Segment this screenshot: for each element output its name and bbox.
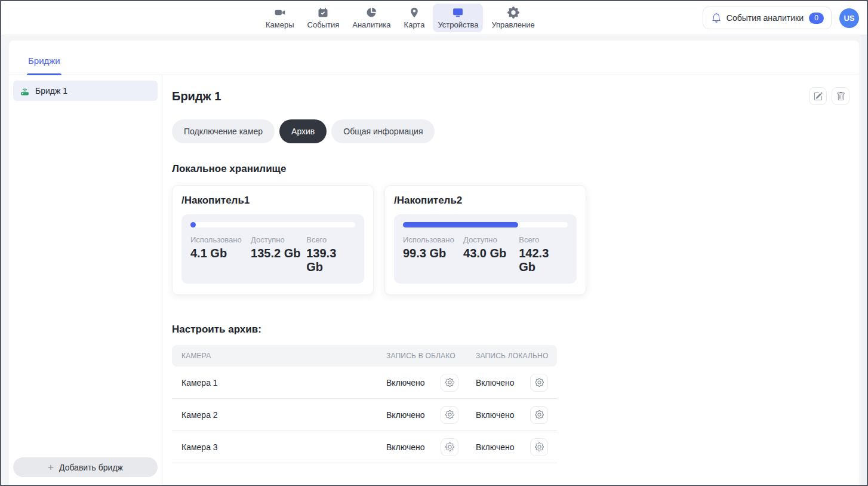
nav-label-events: События	[307, 20, 340, 29]
col-local-recording: ЗАПИСЬ ЛОКАЛЬНО	[476, 352, 557, 360]
bridge-tabs: Подключение камер Архив Общая информация	[172, 119, 849, 143]
bridge-detail: Бридж 1 Подключение камер Архив Общая ин…	[162, 75, 859, 485]
events-count-badge: 0	[809, 13, 824, 24]
gear-icon	[445, 410, 454, 419]
calendar-check-icon	[317, 7, 329, 19]
section-tabbar: Бриджи	[9, 41, 859, 75]
plus-icon: +	[48, 462, 54, 472]
delete-bridge-button[interactable]	[832, 87, 849, 105]
storage-progress-track	[403, 222, 568, 227]
local-recording-settings-button[interactable]	[530, 438, 548, 456]
app-header: Камеры События Аналитика Карта Устройств…	[1, 1, 867, 35]
gear-icon	[445, 442, 454, 451]
nav-item-events[interactable]: События	[303, 4, 344, 32]
drive-name: /Накопитель2	[394, 195, 577, 207]
total-value: 142.3 Gb	[519, 247, 568, 274]
local-recording-status: Включено	[476, 410, 515, 420]
bridge-icon	[20, 86, 30, 96]
nav-item-management[interactable]: Управление	[487, 4, 539, 32]
cloud-recording-status: Включено	[386, 442, 425, 452]
total-label: Всего	[519, 235, 568, 244]
gear-icon	[535, 410, 544, 419]
trash-icon	[836, 92, 845, 101]
archive-table-header: КАМЕРА ЗАПИСЬ В ОБЛАКО ЗАПИСЬ ЛОКАЛЬНО	[172, 345, 557, 367]
add-bridge-label: Добавить бридж	[59, 463, 123, 472]
storage-card-2: /Накопитель2 Использовано 99.3 Gb Доступ…	[384, 185, 586, 295]
tab-archive[interactable]: Архив	[279, 119, 327, 143]
used-label: Использовано	[190, 235, 251, 244]
nav-item-map[interactable]: Карта	[399, 4, 430, 32]
header-right: События аналитики 0 US	[703, 7, 859, 29]
col-cloud-recording: ЗАПИСЬ В ОБЛАКО	[386, 352, 476, 360]
tab-camera-connection[interactable]: Подключение камер	[172, 119, 275, 143]
edit-icon	[814, 92, 823, 101]
nav-label-map: Карта	[404, 20, 425, 29]
archive-table: КАМЕРА ЗАПИСЬ В ОБЛАКО ЗАПИСЬ ЛОКАЛЬНО К…	[172, 345, 557, 463]
main-nav: Камеры События Аналитика Карта Устройств…	[261, 1, 540, 35]
archive-heading: Настроить архив:	[172, 324, 849, 336]
used-value: 99.3 Gb	[403, 247, 463, 260]
available-label: Доступно	[251, 235, 306, 244]
camera-name: Камера 1	[172, 378, 386, 387]
nav-label-cameras: Камеры	[266, 20, 294, 29]
total-value: 139.3 Gb	[306, 247, 355, 274]
storage-progress-fill	[190, 222, 196, 227]
monitor-icon	[452, 7, 464, 19]
local-recording-status: Включено	[476, 442, 515, 452]
available-value: 43.0 Gb	[463, 247, 519, 260]
nav-item-devices[interactable]: Устройства	[433, 4, 483, 32]
drive-name: /Накопитель1	[181, 195, 364, 207]
user-avatar[interactable]: US	[839, 8, 859, 28]
camera-icon	[274, 7, 286, 19]
gear-icon	[535, 442, 544, 451]
available-value: 135.2 Gb	[251, 247, 306, 260]
cloud-recording-settings-button[interactable]	[441, 374, 458, 392]
cloud-recording-status: Включено	[386, 410, 425, 420]
page-title: Бридж 1	[172, 90, 221, 103]
nav-label-analytics: Аналитика	[352, 20, 390, 29]
cloud-recording-status: Включено	[386, 378, 425, 387]
gear-icon	[535, 378, 544, 387]
storage-heading: Локальное хранилище	[172, 163, 849, 175]
title-actions	[809, 87, 849, 105]
col-camera: КАМЕРА	[172, 352, 386, 360]
pie-chart-icon	[365, 7, 377, 19]
storage-card-1: /Накопитель1 Использовано 4.1 Gb Доступн…	[172, 185, 374, 295]
storage-cards: /Накопитель1 Использовано 4.1 Gb Доступн…	[172, 185, 849, 295]
nav-label-management: Управление	[491, 20, 534, 29]
nav-item-analytics[interactable]: Аналитика	[347, 4, 395, 32]
gear-icon	[445, 378, 454, 387]
map-pin-icon	[408, 7, 420, 19]
camera-name: Камера 3	[172, 442, 386, 452]
used-label: Использовано	[403, 235, 463, 244]
add-bridge-button[interactable]: + Добавить бридж	[13, 457, 158, 477]
nav-label-devices: Устройства	[438, 20, 478, 29]
table-row-camera-2: Камера 2 Включено Включено	[172, 399, 557, 431]
bridge-item-label: Бридж 1	[35, 86, 67, 96]
storage-progress-fill	[403, 222, 518, 227]
analytics-events-label: События аналитики	[727, 13, 804, 23]
available-label: Доступно	[463, 235, 519, 244]
main-panel: Бриджи Бридж 1 + Добавить бридж Бридж 1	[9, 41, 859, 485]
gear-icon	[507, 7, 519, 19]
analytics-events-button[interactable]: События аналитики 0	[703, 7, 832, 29]
cloud-recording-settings-button[interactable]	[441, 438, 458, 456]
edit-bridge-button[interactable]	[809, 87, 827, 105]
bridges-sidebar: Бридж 1 + Добавить бридж	[9, 75, 162, 485]
used-value: 4.1 Gb	[190, 247, 251, 260]
camera-name: Камера 2	[172, 410, 386, 420]
bell-icon	[712, 13, 721, 23]
sidebar-item-bridge-1[interactable]: Бридж 1	[13, 81, 158, 101]
page-scrollbar[interactable]	[861, 35, 867, 485]
cloud-recording-settings-button[interactable]	[441, 406, 458, 424]
table-row-camera-3: Камера 3 Включено Включено	[172, 431, 557, 463]
panel-body: Бридж 1 + Добавить бридж Бридж 1	[9, 75, 859, 485]
local-recording-settings-button[interactable]	[530, 406, 548, 424]
storage-progress-track	[190, 222, 355, 227]
table-row-camera-1: Камера 1 Включено Включено	[172, 367, 557, 399]
tab-bridges[interactable]: Бриджи	[27, 56, 61, 75]
tab-general-info[interactable]: Общая информация	[331, 119, 435, 143]
local-recording-settings-button[interactable]	[530, 374, 548, 392]
total-label: Всего	[306, 235, 355, 244]
nav-item-cameras[interactable]: Камеры	[261, 4, 299, 32]
